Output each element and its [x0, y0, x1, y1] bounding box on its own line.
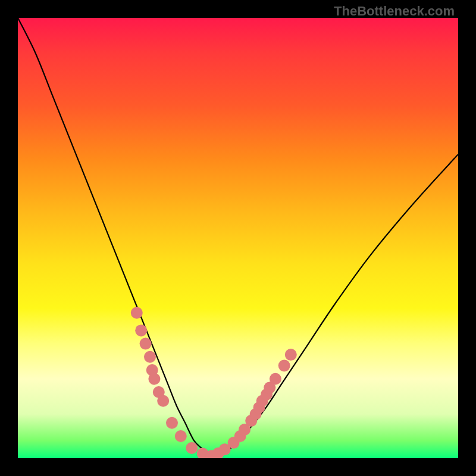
curve-marker: [285, 349, 297, 361]
chart-frame: TheBottleneck.com: [0, 0, 476, 476]
curve-marker: [144, 351, 156, 363]
bottleneck-curve-path: [18, 18, 458, 458]
curve-marker: [186, 442, 198, 454]
plot-area: [18, 18, 458, 458]
chart-overlay: [18, 18, 458, 458]
curve-marker: [175, 430, 187, 442]
bottleneck-curve: [18, 18, 458, 458]
curve-marker: [131, 307, 143, 319]
curve-marker: [157, 395, 169, 407]
curve-marker: [166, 417, 178, 429]
curve-markers: [131, 307, 297, 458]
curve-marker: [148, 373, 160, 385]
curve-marker: [270, 373, 281, 385]
curve-marker: [140, 338, 152, 350]
curve-marker: [278, 360, 290, 372]
curve-marker: [135, 324, 147, 336]
watermark-text: TheBottleneck.com: [334, 4, 455, 19]
